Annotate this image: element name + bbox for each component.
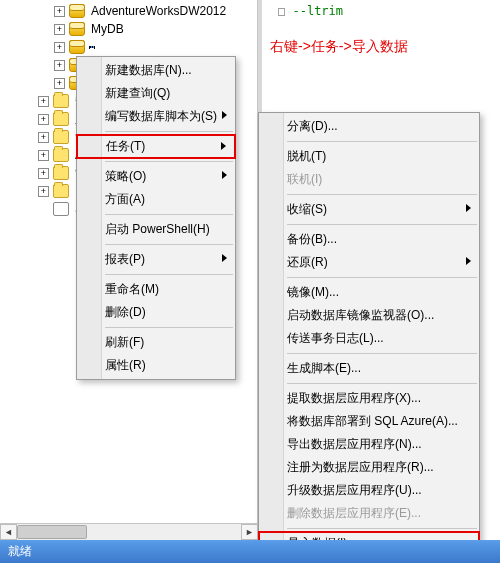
- menu-item[interactable]: 策略(O): [77, 165, 235, 188]
- menu-item-label: 注册为数据层应用程序(R)...: [287, 459, 434, 476]
- menu-item[interactable]: 刷新(F): [77, 331, 235, 354]
- editor-snippet: □ --ltrim: [278, 4, 343, 18]
- menu-item[interactable]: 升级数据层应用程序(U)...: [259, 479, 479, 502]
- tree-expander-icon[interactable]: +: [54, 78, 65, 89]
- tree-expander-icon[interactable]: +: [54, 6, 65, 17]
- annotation-text: 右键->任务->导入数据: [270, 38, 408, 56]
- status-bar: 就绪: [0, 540, 500, 563]
- menu-item-label: 分离(D)...: [287, 118, 338, 135]
- menu-item-label: 刷新(F): [105, 334, 144, 351]
- menu-separator: [287, 194, 477, 195]
- menu-item[interactable]: 方面(A): [77, 188, 235, 211]
- menu-separator: [287, 224, 477, 225]
- menu-separator: [105, 327, 233, 328]
- tree-expander-icon[interactable]: +: [54, 60, 65, 71]
- submenu-arrow-icon: [222, 254, 227, 262]
- menu-item-label: 编写数据库脚本为(S): [105, 108, 217, 125]
- menu-item[interactable]: 将数据库部署到 SQL Azure(A)...: [259, 410, 479, 433]
- folder-icon: [53, 112, 69, 126]
- menu-item-label: 任务(T): [106, 138, 145, 155]
- tree-expander-icon[interactable]: +: [54, 42, 65, 53]
- folder-icon: [53, 94, 69, 108]
- menu-item[interactable]: 收缩(S): [259, 198, 479, 221]
- tree-expander-icon[interactable]: +: [54, 24, 65, 35]
- menu-item-label: 收缩(S): [287, 201, 327, 218]
- tree-item-label: MyDB: [89, 22, 126, 36]
- menu-separator: [105, 244, 233, 245]
- submenu-arrow-icon: [466, 204, 471, 212]
- menu-item[interactable]: 删除(D): [77, 301, 235, 324]
- tree-item[interactable]: +AdventureWorksDW2012: [0, 2, 257, 20]
- menu-separator: [105, 161, 233, 162]
- menu-item-label: 重命名(M): [105, 281, 159, 298]
- db-icon: [69, 40, 85, 54]
- scroll-thumb[interactable]: [17, 525, 87, 539]
- menu-item[interactable]: 分离(D)...: [259, 115, 479, 138]
- tree-item[interactable]: +MyDB: [0, 20, 257, 38]
- menu-item[interactable]: 镜像(M)...: [259, 281, 479, 304]
- menu-item-label: 备份(B)...: [287, 231, 337, 248]
- tree-expander-icon[interactable]: +: [38, 186, 49, 197]
- menu-separator: [105, 131, 233, 132]
- menu-item[interactable]: 启动数据库镜像监视器(O)...: [259, 304, 479, 327]
- menu-separator: [105, 214, 233, 215]
- menu-item-label: 属性(R): [105, 357, 146, 374]
- horizontal-scrollbar[interactable]: ◄ ►: [0, 523, 258, 540]
- menu-item[interactable]: 重命名(M): [77, 278, 235, 301]
- menu-separator: [287, 277, 477, 278]
- menu-item[interactable]: 编写数据库脚本为(S): [77, 105, 235, 128]
- menu-item[interactable]: 新建查询(Q): [77, 82, 235, 105]
- scroll-right-button[interactable]: ►: [241, 524, 258, 540]
- menu-item[interactable]: 传送事务日志(L)...: [259, 327, 479, 350]
- db-icon: [69, 4, 85, 18]
- scroll-track[interactable]: [17, 524, 241, 540]
- menu-item-label: 新建数据库(N)...: [105, 62, 192, 79]
- tree-item[interactable]: +: [0, 38, 257, 56]
- menu-separator: [105, 274, 233, 275]
- menu-item[interactable]: 脱机(T): [259, 145, 479, 168]
- context-menu[interactable]: 新建数据库(N)...新建查询(Q)编写数据库脚本为(S)任务(T)策略(O)方…: [76, 56, 236, 380]
- menu-item-label: 导出数据层应用程序(N)...: [287, 436, 422, 453]
- menu-item[interactable]: 启动 PowerShell(H): [77, 218, 235, 241]
- menu-item-label: 删除数据层应用程序(E)...: [287, 505, 421, 522]
- menu-item[interactable]: 新建数据库(N)...: [77, 59, 235, 82]
- submenu-arrow-icon: [222, 171, 227, 179]
- menu-item-label: 报表(P): [105, 251, 145, 268]
- menu-item-label: 方面(A): [105, 191, 145, 208]
- menu-item-label: 将数据库部署到 SQL Azure(A)...: [287, 413, 458, 430]
- menu-item[interactable]: 导出数据层应用程序(N)...: [259, 433, 479, 456]
- tree-expander-icon[interactable]: +: [38, 168, 49, 179]
- menu-item: 删除数据层应用程序(E)...: [259, 502, 479, 525]
- submenu-arrow-icon: [466, 257, 471, 265]
- menu-item[interactable]: 生成脚本(E)...: [259, 357, 479, 380]
- menu-item[interactable]: 备份(B)...: [259, 228, 479, 251]
- menu-item[interactable]: 报表(P): [77, 248, 235, 271]
- status-text: 就绪: [8, 543, 32, 560]
- tree-expander-icon[interactable]: +: [38, 96, 49, 107]
- menu-item-label: 策略(O): [105, 168, 146, 185]
- menu-item-label: 启动 PowerShell(H): [105, 221, 210, 238]
- editor-text: --ltrim: [292, 4, 343, 18]
- menu-item[interactable]: 任务(T): [76, 134, 236, 159]
- srv-icon: [53, 202, 69, 216]
- tree-item-label: AdventureWorksDW2012: [89, 4, 228, 18]
- menu-item-label: 还原(R): [287, 254, 328, 271]
- menu-separator: [287, 528, 477, 529]
- menu-item[interactable]: 提取数据层应用程序(X)...: [259, 387, 479, 410]
- db-icon: [69, 22, 85, 36]
- menu-item[interactable]: 属性(R): [77, 354, 235, 377]
- menu-item-label: 传送事务日志(L)...: [287, 330, 384, 347]
- tree-expander-icon[interactable]: +: [38, 132, 49, 143]
- menu-item-label: 生成脚本(E)...: [287, 360, 361, 377]
- menu-item[interactable]: 注册为数据层应用程序(R)...: [259, 456, 479, 479]
- submenu-arrow-icon: [221, 142, 226, 150]
- tree-expander-icon[interactable]: +: [38, 114, 49, 125]
- folder-icon: [53, 148, 69, 162]
- scroll-left-button[interactable]: ◄: [0, 524, 17, 540]
- menu-item[interactable]: 还原(R): [259, 251, 479, 274]
- folder-icon: [53, 130, 69, 144]
- submenu-arrow-icon: [222, 111, 227, 119]
- menu-item-label: 新建查询(Q): [105, 85, 170, 102]
- tasks-submenu[interactable]: 分离(D)...脱机(T)联机(I)收缩(S)备份(B)...还原(R)镜像(M…: [258, 112, 480, 563]
- tree-expander-icon[interactable]: +: [38, 150, 49, 161]
